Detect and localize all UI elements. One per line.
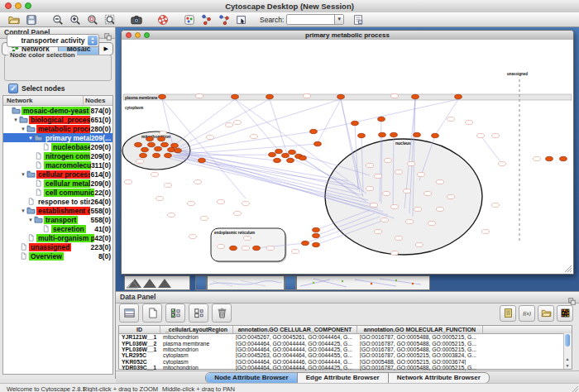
graph-node-unhighlighted[interactable] [242, 246, 249, 251]
graph-node-highlighted[interactable] [337, 94, 345, 98]
tree-expand-arrow[interactable]: ▼ [27, 136, 34, 141]
zoom-fit-button[interactable] [101, 13, 118, 26]
tree-item-biological-process[interactable]: ▼biological_process651(0) [3, 115, 112, 124]
graph-node-unhighlighted[interactable] [390, 251, 398, 256]
function-builder-button[interactable]: f(x) [519, 305, 535, 322]
snapshot-button[interactable] [127, 13, 145, 26]
vizmapper-button[interactable] [180, 13, 198, 26]
open-file-button[interactable] [5, 13, 22, 26]
graph-node-unhighlighted[interactable] [417, 173, 424, 177]
graph-node-unhighlighted[interactable] [366, 187, 373, 191]
graph-node-unhighlighted[interactable] [374, 230, 381, 234]
graph-node-highlighted[interactable] [155, 146, 162, 151]
graph-node-highlighted[interactable] [175, 148, 182, 152]
graph-node-unhighlighted[interactable] [195, 94, 203, 98]
graph-node-unhighlighted[interactable] [242, 202, 249, 206]
tree-item-primary-metabol[interactable]: ▼primary metabol209(... [3, 133, 112, 142]
table-row-ypl036w-1[interactable]: YPL036W__1mitochondrion[GO:0044464, GO:0… [119, 347, 572, 352]
graph-node-unhighlighted[interactable] [233, 121, 241, 125]
tab-overflow-arrow[interactable]: ▶ [98, 43, 112, 55]
import-attributes-button[interactable] [538, 305, 554, 322]
column-header-cellularlayoutregion[interactable]: _cellularLayoutRegion [160, 326, 233, 333]
graph-node-highlighted[interactable] [146, 136, 154, 141]
graph-node-unhighlighted[interactable] [374, 174, 381, 179]
window-titlebar[interactable]: Cytoscape Desktop (New Session) [0, 0, 579, 13]
tree-expand-arrow[interactable]: ▼ [20, 127, 26, 131]
graph-node-highlighted[interactable] [289, 150, 296, 154]
graph-node-unhighlighted[interactable] [189, 235, 196, 239]
table-row-ykr052c[interactable]: YKR052Ccytoplasm[GO:0044464, GO:0044446,… [119, 359, 572, 365]
annotation-button[interactable] [349, 13, 366, 26]
graph-node-unhighlighted[interactable] [491, 134, 499, 138]
graph-node-unhighlighted[interactable] [423, 192, 431, 196]
node-color-dropdown[interactable]: transporter activity ▲▼ [7, 34, 99, 47]
graph-node-highlighted[interactable] [313, 233, 320, 237]
zoom-out-button[interactable] [49, 13, 66, 26]
save-button[interactable] [22, 13, 40, 26]
graph-node-highlighted[interactable] [159, 94, 166, 98]
graph-node-unhighlighted[interactable] [481, 230, 489, 234]
graph-node-highlighted[interactable] [414, 132, 421, 136]
tree-expand-arrow[interactable]: ▼ [20, 208, 26, 213]
window-resize-grip[interactable] [572, 385, 578, 392]
graph-node-unhighlighted[interactable] [447, 117, 454, 122]
graph-node-unhighlighted[interactable] [250, 135, 257, 139]
graph-node-unhighlighted[interactable] [498, 162, 505, 166]
graph-node-unhighlighted[interactable] [266, 246, 274, 251]
background-window-edge[interactable] [285, 275, 296, 290]
graph-node-unhighlighted[interactable] [414, 208, 421, 212]
graph-node-unhighlighted[interactable] [415, 243, 423, 247]
background-window[interactable] [207, 275, 285, 290]
graph-node-unhighlighted[interactable] [225, 123, 232, 127]
zoom-selected-button[interactable] [84, 13, 101, 26]
graph-node-unhighlighted[interactable] [187, 202, 194, 206]
graph-node-unhighlighted[interactable] [491, 203, 499, 208]
column-header-id[interactable]: ID [119, 326, 160, 333]
graph-node-unhighlighted[interactable] [384, 159, 391, 163]
graph-node-unhighlighted[interactable] [243, 237, 251, 241]
graph-node-unhighlighted[interactable] [159, 131, 166, 136]
tree-item-establishment-of-lo[interactable]: ▼establishment of lo558(0) [3, 206, 112, 215]
scroll-down-button[interactable]: ▼ [564, 362, 571, 369]
canvas-resize-grip[interactable] [565, 265, 572, 272]
graph-node-highlighted[interactable] [140, 153, 147, 157]
graph-node-unhighlighted[interactable] [390, 205, 398, 209]
graph-node-highlighted[interactable] [230, 246, 237, 250]
graph-node-unhighlighted[interactable] [194, 180, 201, 184]
graph-node-unhighlighted[interactable] [164, 184, 171, 188]
tab-network-attribute-browser[interactable]: Network Attribute Browser [388, 373, 489, 383]
graph-node-highlighted[interactable] [313, 242, 320, 246]
graph-node-highlighted[interactable] [302, 241, 309, 245]
graph-node-unhighlighted[interactable] [370, 203, 377, 208]
attribute-select-button[interactable] [119, 304, 139, 323]
graph-node-unhighlighted[interactable] [151, 173, 158, 177]
background-window-edge[interactable] [195, 275, 207, 290]
graph-node-highlighted[interactable] [546, 156, 553, 160]
graph-node-unhighlighted[interactable] [436, 180, 443, 184]
graph-node-highlighted[interactable] [299, 155, 307, 160]
column-header-annotation-go-cellular-component[interactable]: annotation.GO CELLULAR_COMPONENT [233, 326, 357, 333]
graph-node-highlighted[interactable] [275, 149, 283, 153]
graph-node-unhighlighted[interactable] [217, 245, 224, 249]
graph-node-highlighted[interactable] [314, 141, 322, 146]
graph-node-unhighlighted[interactable] [447, 195, 454, 199]
table-row-ylr295c[interactable]: YLR295Ccytoplasm[GO:0045263, GO:0044464,… [119, 352, 572, 358]
scrollbar-thumb[interactable] [565, 334, 570, 347]
graph-node-unhighlighted[interactable] [380, 218, 388, 222]
search-input[interactable]: ▼ [286, 14, 344, 25]
graph-node-highlighted[interactable] [141, 147, 149, 151]
graph-node-unhighlighted[interactable] [124, 180, 132, 184]
graph-node-highlighted[interactable] [358, 133, 366, 137]
search-dropdown-arrow[interactable]: ▼ [334, 15, 343, 24]
graph-node-unhighlighted[interactable] [291, 250, 299, 254]
table-row-ypl036w-2[interactable]: YPL036W__2plasma membrane[GO:0044464, GO… [119, 340, 572, 346]
attribute-list-button[interactable] [500, 305, 516, 322]
graph-node-highlighted[interactable] [253, 246, 261, 250]
graph-node-highlighted[interactable] [282, 153, 290, 157]
tree-item-nucleobase[interactable]: nucleobase-209(0) [3, 142, 112, 151]
graph-node-highlighted[interactable] [432, 133, 439, 137]
graph-node-unhighlighted[interactable] [403, 189, 410, 194]
graph-node-unhighlighted[interactable] [390, 94, 398, 98]
graph-node-unhighlighted[interactable] [217, 200, 224, 204]
network-canvas[interactable]: plasma membrane cytoplasm mitochondrion … [122, 40, 573, 274]
